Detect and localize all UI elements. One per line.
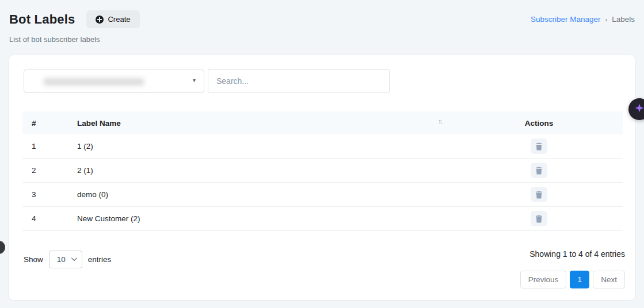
next-page-button[interactable]: Next xyxy=(593,271,625,288)
sort-icon[interactable]: ↑↓ xyxy=(438,118,441,126)
search-input[interactable] xyxy=(208,69,390,93)
chevron-down-icon xyxy=(71,255,77,261)
row-label: 2 (1) xyxy=(77,166,455,175)
entries-summary: Showing 1 to 4 of 4 entries xyxy=(529,249,625,259)
pagination: Previous 1 Next xyxy=(520,271,625,288)
page-1-button[interactable]: 1 xyxy=(570,271,589,288)
page-subtitle: List of bot subscriber labels xyxy=(9,35,635,44)
trash-icon xyxy=(535,215,543,223)
breadcrumb-separator-icon: › xyxy=(605,16,608,23)
table-row: 1 1 (2) xyxy=(22,134,623,159)
row-index: 2 xyxy=(22,166,77,175)
page-header: Bot Labels Create Subscriber Manager › L… xyxy=(9,10,635,44)
select-caret-icon: ▼ xyxy=(192,78,197,83)
row-index: 4 xyxy=(22,214,77,223)
create-button-label: Create xyxy=(108,15,130,24)
show-entries: Show 10 entries xyxy=(24,251,111,268)
trash-icon xyxy=(535,167,543,175)
left-edge-widget[interactable] xyxy=(0,241,5,254)
plus-circle-icon xyxy=(96,16,104,24)
page-size-select[interactable]: 10 xyxy=(49,251,82,268)
delete-button[interactable] xyxy=(531,138,547,154)
bot-select[interactable]: ▼ xyxy=(24,70,204,93)
delete-button[interactable] xyxy=(531,187,547,202)
bot-select-value-redacted xyxy=(44,78,144,86)
column-header-index: # xyxy=(22,119,77,128)
row-label: 1 (2) xyxy=(77,142,455,151)
previous-page-button[interactable]: Previous xyxy=(520,271,567,288)
breadcrumb-subscriber-manager-link[interactable]: Subscriber Manager xyxy=(531,15,601,24)
column-header-label-name[interactable]: Label Name ↑↓ xyxy=(77,119,455,128)
show-label: Show xyxy=(24,255,43,264)
delete-button[interactable] xyxy=(531,163,547,178)
table-row: 4 New Customer (2) xyxy=(22,207,623,231)
breadcrumb-current: Labels xyxy=(612,15,635,24)
breadcrumb: Subscriber Manager › Labels xyxy=(531,15,635,24)
labels-card: ▼ # Label Name ↑↓ Actions 1 1 (2) 2 2 (1… xyxy=(8,55,636,301)
trash-icon xyxy=(535,143,543,151)
row-index: 3 xyxy=(22,190,77,199)
create-button[interactable]: Create xyxy=(86,10,139,28)
delete-button[interactable] xyxy=(531,211,547,226)
column-header-label-text: Label Name xyxy=(77,119,121,128)
page-title: Bot Labels xyxy=(9,12,75,27)
row-index: 1 xyxy=(22,142,77,151)
table-header-row: # Label Name ↑↓ Actions xyxy=(22,111,623,134)
page-size-value: 10 xyxy=(57,255,66,264)
sparkle-star-icon xyxy=(634,103,644,116)
column-header-actions: Actions xyxy=(455,119,623,128)
trash-icon xyxy=(535,191,543,199)
entries-label: entries xyxy=(88,255,112,264)
table-row: 3 demo (0) xyxy=(22,183,623,207)
labels-table: # Label Name ↑↓ Actions 1 1 (2) 2 2 (1) xyxy=(22,111,623,231)
table-row: 2 2 (1) xyxy=(22,159,623,183)
row-label: New Customer (2) xyxy=(77,214,455,223)
row-label: demo (0) xyxy=(77,190,455,199)
